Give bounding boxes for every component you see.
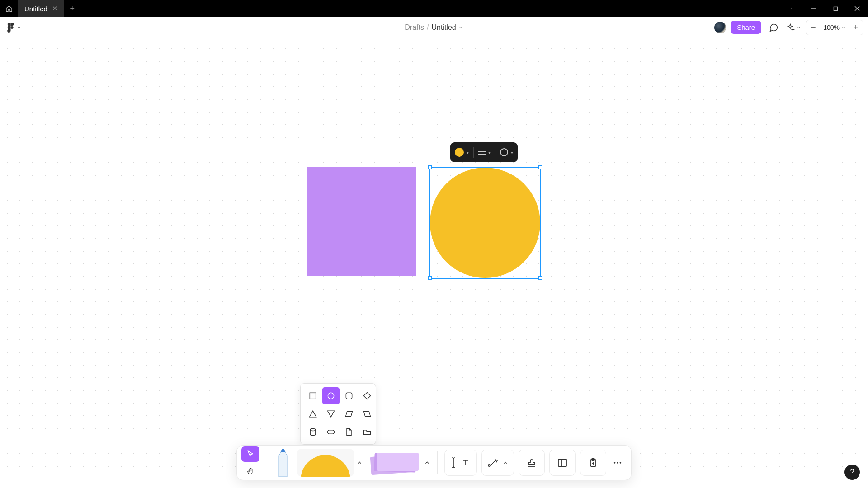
window-minimize-button[interactable] <box>803 0 825 17</box>
svg-rect-5 <box>310 393 316 399</box>
resize-handle-bottom-right[interactable] <box>538 276 542 280</box>
window-menu-button[interactable] <box>781 0 803 17</box>
chevron-down-icon: ▾ <box>488 150 491 155</box>
chevron-up-icon <box>424 460 430 466</box>
resize-handle-top-right[interactable] <box>538 165 542 169</box>
shape-picker-popup <box>300 383 376 445</box>
file-name[interactable]: Untitled <box>431 23 456 32</box>
svg-point-27 <box>620 462 622 464</box>
divider <box>495 147 495 158</box>
home-icon <box>5 5 13 12</box>
shape-option-pill[interactable] <box>322 423 340 441</box>
svg-point-17 <box>488 465 490 466</box>
shape-option-diamond[interactable] <box>359 387 376 404</box>
tab-title: Untitled <box>24 5 47 13</box>
cursor-icon <box>246 450 255 458</box>
stamp-tool-button[interactable] <box>519 450 545 476</box>
help-label: ? <box>850 468 854 476</box>
sticky-tool-dropdown[interactable] <box>422 449 433 477</box>
svg-point-25 <box>614 462 616 464</box>
bottom-toolbar <box>236 445 632 480</box>
shape-option-document[interactable] <box>340 423 358 441</box>
app-header: Drafts / Untitled Share − 100% + <box>0 17 868 38</box>
widgets-tool-button[interactable] <box>580 450 606 476</box>
shape-option-cylinder[interactable] <box>304 423 321 441</box>
connector-tool-button[interactable] <box>481 450 514 476</box>
window-titlebar: Untitled ✕ + <box>0 0 868 17</box>
comments-button[interactable] <box>766 20 781 35</box>
shape-option-triangle-down[interactable] <box>322 405 340 422</box>
fill-swatch-icon <box>455 148 464 157</box>
zoom-in-button[interactable]: + <box>849 20 863 35</box>
shape-option-ellipse[interactable] <box>322 387 340 404</box>
resize-handle-bottom-left[interactable] <box>428 276 432 280</box>
selection-bounding-box[interactable] <box>429 167 541 279</box>
svg-point-13 <box>310 429 316 431</box>
svg-rect-7 <box>346 393 352 399</box>
shape-option-square[interactable] <box>304 387 321 404</box>
divider <box>437 451 438 474</box>
sticky-note-tool-button[interactable] <box>365 449 422 477</box>
document-tab[interactable]: Untitled ✕ <box>18 0 64 17</box>
chevron-down-icon <box>17 25 21 30</box>
chevron-down-icon <box>797 25 801 30</box>
divider <box>267 451 267 474</box>
text-tool-button[interactable] <box>444 450 477 476</box>
chevron-up-icon <box>356 460 363 466</box>
connector-icon <box>487 458 499 467</box>
new-tab-button[interactable]: + <box>64 4 80 14</box>
chevron-up-icon <box>503 460 508 465</box>
shape-tool-dropdown[interactable] <box>354 449 365 477</box>
fill-color-button[interactable]: ▾ <box>455 148 469 157</box>
breadcrumb-root[interactable]: Drafts <box>405 23 424 32</box>
hand-icon <box>246 467 255 475</box>
main-menu-button[interactable] <box>5 21 24 34</box>
shape-option-rounded-rectangle[interactable] <box>340 387 358 404</box>
share-button[interactable]: Share <box>731 21 761 34</box>
window-maximize-button[interactable] <box>825 0 846 17</box>
zoom-value: 100% <box>823 24 840 31</box>
text-t-icon <box>461 458 470 467</box>
select-tool-button[interactable] <box>241 446 259 462</box>
zoom-out-button[interactable]: − <box>806 20 821 35</box>
chevron-down-icon[interactable] <box>459 25 463 30</box>
ai-tools-button[interactable] <box>786 20 801 35</box>
breadcrumb: Drafts / Untitled <box>405 23 463 32</box>
avatar[interactable] <box>714 22 726 33</box>
more-tools-button[interactable] <box>609 458 627 468</box>
home-button[interactable] <box>0 0 18 17</box>
svg-marker-11 <box>346 411 353 417</box>
window-close-button[interactable] <box>846 0 868 17</box>
draw-tool-button[interactable] <box>272 449 294 477</box>
minimize-icon <box>811 6 816 11</box>
shape-option-folder[interactable] <box>359 423 376 441</box>
help-button[interactable]: ? <box>844 465 860 480</box>
chevron-down-icon <box>789 6 795 11</box>
zoom-value-dropdown[interactable]: 100% <box>821 24 849 31</box>
hand-tool-button[interactable] <box>241 464 259 479</box>
chevron-down-icon <box>841 25 846 30</box>
window-controls <box>781 0 868 17</box>
stroke-ring-icon <box>500 148 508 156</box>
shape-option-parallelogram-left[interactable] <box>359 405 376 422</box>
chat-bubble-icon <box>769 23 778 33</box>
maximize-icon <box>833 6 838 11</box>
resize-handle-top-left[interactable] <box>428 165 432 169</box>
more-horizontal-icon <box>613 458 623 468</box>
shape-option-triangle-up[interactable] <box>304 405 321 422</box>
chevron-down-icon: ▾ <box>467 150 469 155</box>
shape-option-parallelogram-right[interactable] <box>340 405 358 422</box>
section-tool-button[interactable] <box>549 450 576 476</box>
breadcrumb-separator: / <box>427 23 429 32</box>
stroke-color-button[interactable]: ▾ <box>500 148 513 156</box>
sticky-stack-icon <box>371 453 416 473</box>
canvas[interactable]: ▾ ▾ ▾ <box>0 38 868 488</box>
canvas-shape-rectangle[interactable] <box>307 167 416 276</box>
shape-tool-button[interactable] <box>297 449 354 477</box>
chevron-down-icon: ▾ <box>511 150 513 155</box>
svg-rect-1 <box>834 7 837 10</box>
zoom-control: − 100% + <box>806 20 863 35</box>
stroke-weight-button[interactable]: ▾ <box>478 150 491 155</box>
figma-logo-icon <box>7 23 14 33</box>
tab-close-icon[interactable]: ✕ <box>52 5 58 13</box>
